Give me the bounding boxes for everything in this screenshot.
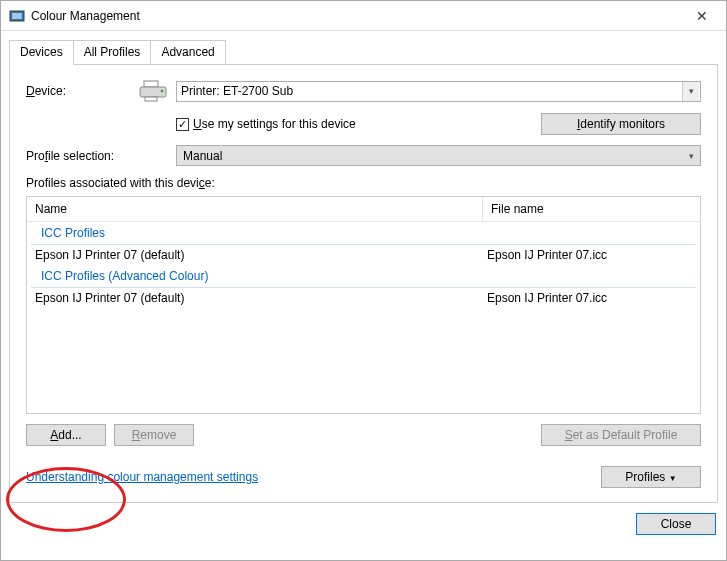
remove-button[interactable]: Remove bbox=[114, 424, 194, 446]
column-header-filename[interactable]: File name bbox=[483, 197, 700, 221]
profile-selection-label: Profile selection: bbox=[26, 149, 136, 163]
list-item[interactable]: Epson IJ Printer 07 (default) Epson IJ P… bbox=[27, 288, 700, 308]
device-options-row: ✓ Use my settings for this device Identi… bbox=[26, 113, 701, 135]
titlebar: Colour Management ✕ bbox=[1, 1, 726, 31]
profiles-listview[interactable]: Name File name ICC Profiles Epson IJ Pri… bbox=[26, 196, 701, 414]
device-dropdown[interactable]: Printer: ET-2700 Sub ▾ bbox=[176, 81, 701, 102]
profile-actions-row: Add... Remove Set as Default Profile bbox=[26, 424, 701, 446]
list-item-file: Epson IJ Printer 07.icc bbox=[487, 248, 692, 262]
tab-all-profiles[interactable]: All Profiles bbox=[73, 40, 152, 65]
profile-selection-value: Manual bbox=[183, 149, 689, 163]
list-item[interactable]: Epson IJ Printer 07 (default) Epson IJ P… bbox=[27, 245, 700, 265]
identify-monitors-button[interactable]: Identify monitors bbox=[541, 113, 701, 135]
tab-strip: Devices All Profiles Advanced bbox=[9, 39, 718, 64]
window-close-button[interactable]: ✕ bbox=[679, 2, 724, 30]
window-title: Colour Management bbox=[31, 9, 679, 23]
dialog-footer: Close bbox=[1, 503, 726, 545]
set-default-profile-button[interactable]: Set as Default Profile bbox=[541, 424, 701, 446]
content-area: Devices All Profiles Advanced Device: Pr… bbox=[1, 31, 726, 503]
column-header-name[interactable]: Name bbox=[27, 197, 483, 221]
svg-rect-4 bbox=[145, 97, 157, 101]
profiles-button[interactable]: Profiles ▼ bbox=[601, 466, 701, 488]
svg-rect-1 bbox=[12, 13, 22, 19]
listview-group: ICC Profiles bbox=[31, 222, 696, 245]
profile-selection-dropdown[interactable]: Manual ▾ bbox=[176, 145, 701, 166]
svg-rect-2 bbox=[144, 81, 158, 87]
device-dropdown-value: Printer: ET-2700 Sub bbox=[181, 84, 682, 98]
svg-point-5 bbox=[161, 90, 163, 92]
use-my-settings-label: Use my settings for this device bbox=[193, 117, 356, 131]
chevron-down-icon: ▾ bbox=[689, 151, 694, 161]
listview-header: Name File name bbox=[27, 197, 700, 222]
list-item-file: Epson IJ Printer 07.icc bbox=[487, 291, 692, 305]
understanding-link[interactable]: Understanding colour management settings bbox=[26, 470, 258, 484]
tab-devices[interactable]: Devices bbox=[9, 40, 74, 65]
close-icon: ✕ bbox=[696, 8, 708, 24]
listview-group: ICC Profiles (Advanced Colour) bbox=[31, 265, 696, 288]
device-row: Device: Printer: ET-2700 Sub ▾ bbox=[26, 79, 701, 103]
profiles-associated-label: Profiles associated with this device: bbox=[26, 176, 701, 190]
device-label: Device: bbox=[26, 84, 136, 98]
add-button[interactable]: Add... bbox=[26, 424, 106, 446]
list-item-name: Epson IJ Printer 07 (default) bbox=[35, 248, 487, 262]
chevron-down-icon: ▼ bbox=[669, 474, 677, 483]
checkbox-icon: ✓ bbox=[176, 118, 189, 131]
printer-icon bbox=[136, 79, 170, 103]
chevron-down-icon: ▾ bbox=[682, 82, 699, 101]
app-icon bbox=[9, 8, 25, 24]
use-my-settings-checkbox[interactable]: ✓ Use my settings for this device bbox=[176, 117, 356, 131]
tab-panel-devices: Device: Printer: ET-2700 Sub ▾ ✓ Use my … bbox=[9, 64, 718, 503]
tab-advanced[interactable]: Advanced bbox=[150, 40, 225, 65]
profile-selection-row: Profile selection: Manual ▾ bbox=[26, 145, 701, 166]
list-item-name: Epson IJ Printer 07 (default) bbox=[35, 291, 487, 305]
close-button[interactable]: Close bbox=[636, 513, 716, 535]
footer-link-row: Understanding colour management settings… bbox=[26, 466, 701, 488]
